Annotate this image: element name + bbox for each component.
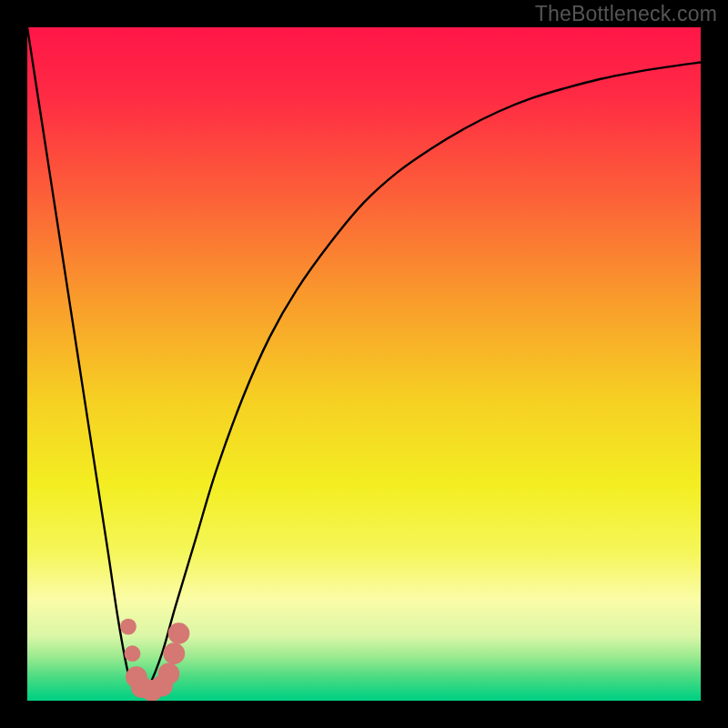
bottleneck-curve <box>27 27 701 701</box>
series-line <box>27 27 701 694</box>
optimal-marker-dot <box>158 663 180 685</box>
optimal-marker-dot <box>125 645 141 662</box>
watermark-label: TheBottleneck.com <box>535 2 717 26</box>
chart-frame: TheBottleneck.com <box>0 0 728 728</box>
optimal-marker-dot <box>120 619 136 635</box>
optimal-marker-dot <box>163 642 185 664</box>
optimal-marker-dot <box>168 622 190 644</box>
optimal-marker-group <box>120 619 189 701</box>
plot-area <box>27 27 701 701</box>
